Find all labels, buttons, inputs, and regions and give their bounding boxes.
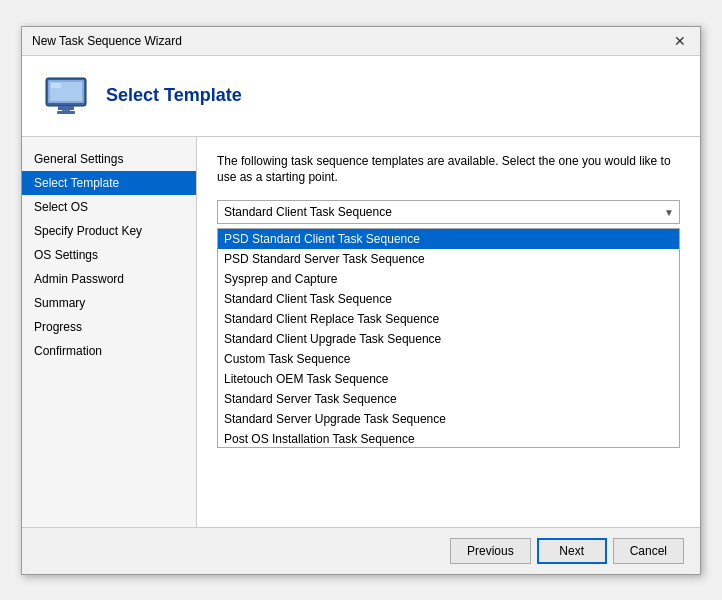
svg-rect-7 [58,106,74,110]
main-content: General SettingsSelect TemplateSelect OS… [22,137,700,527]
close-button[interactable]: ✕ [670,33,690,49]
sidebar-item-specify-product-key[interactable]: Specify Product Key [22,219,196,243]
sidebar-item-summary[interactable]: Summary [22,291,196,315]
dialog-title: New Task Sequence Wizard [32,34,182,48]
next-button[interactable]: Next [537,538,607,564]
title-bar: New Task Sequence Wizard ✕ [22,27,700,56]
sidebar-item-select-os[interactable]: Select OS [22,195,196,219]
footer: Previous Next Cancel [22,527,700,574]
listbox-item[interactable]: Post OS Installation Task Sequence [218,429,679,448]
sidebar-item-admin-password[interactable]: Admin Password [22,267,196,291]
listbox-item[interactable]: Litetouch OEM Task Sequence [218,369,679,389]
listbox-item[interactable]: Sysprep and Capture [218,269,679,289]
previous-button[interactable]: Previous [450,538,531,564]
template-listbox[interactable]: PSD Standard Client Task SequencePSD Sta… [217,228,680,448]
sidebar-item-progress[interactable]: Progress [22,315,196,339]
svg-rect-4 [51,83,61,88]
listbox-item[interactable]: Standard Server Task Sequence [218,389,679,409]
new-task-sequence-wizard: New Task Sequence Wizard ✕ Select Templa… [21,26,701,575]
listbox-item[interactable]: Standard Client Task Sequence [218,289,679,309]
listbox-item[interactable]: PSD Standard Client Task Sequence [218,229,679,249]
sidebar-item-select-template[interactable]: Select Template [22,171,196,195]
listbox-item[interactable]: Standard Server Upgrade Task Sequence [218,409,679,429]
template-dropdown[interactable]: Standard Client Task Sequence [217,200,680,224]
listbox-item[interactable]: PSD Standard Server Task Sequence [218,249,679,269]
sidebar: General SettingsSelect TemplateSelect OS… [22,137,197,527]
header-section: Select Template [22,56,700,137]
cancel-button[interactable]: Cancel [613,538,684,564]
sidebar-item-general-settings[interactable]: General Settings [22,147,196,171]
page-title: Select Template [106,85,242,106]
svg-rect-6 [57,111,75,114]
template-dropdown-wrapper: Standard Client Task Sequence ▼ [217,200,680,224]
computer-icon [42,72,90,120]
content-area: The following task sequence templates ar… [197,137,700,527]
sidebar-item-os-settings[interactable]: OS Settings [22,243,196,267]
wizard-icon [42,72,90,120]
description-text: The following task sequence templates ar… [217,153,680,187]
listbox-item[interactable]: Standard Client Replace Task Sequence [218,309,679,329]
listbox-item[interactable]: Custom Task Sequence [218,349,679,369]
listbox-item[interactable]: Standard Client Upgrade Task Sequence [218,329,679,349]
sidebar-item-confirmation[interactable]: Confirmation [22,339,196,363]
